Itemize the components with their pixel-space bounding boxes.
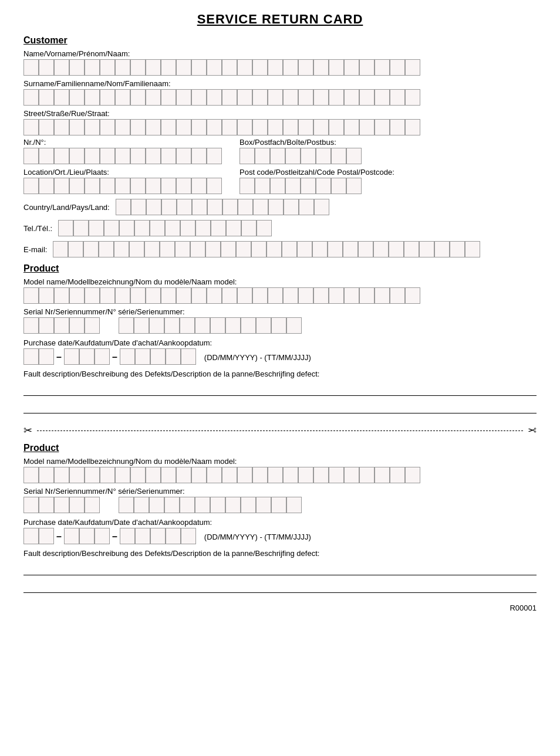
footer-ref: R00001	[23, 599, 537, 612]
cut-line: ✂ ✂	[23, 424, 537, 437]
serial-top-row	[23, 317, 537, 335]
street-label: Street/Straße/Rue/Straat:	[23, 109, 537, 118]
model-top-boxes[interactable]	[23, 287, 537, 304]
product-top-title: Product	[23, 263, 537, 274]
date-top-yyyy[interactable]	[120, 348, 196, 365]
model-bottom-label: Model name/Modellbezeichnung/Nom du modè…	[23, 457, 537, 466]
nr-label: Nr./N°:	[23, 138, 222, 147]
date-sep-2: –	[112, 352, 117, 362]
postcode-boxes[interactable]	[239, 178, 394, 194]
serial-bottom-boxes2[interactable]	[119, 497, 302, 513]
nr-col: Nr./N°:	[23, 138, 222, 165]
date-bottom-mm[interactable]	[64, 528, 110, 544]
country-row: Country/Land/Pays/Land:	[23, 199, 537, 216]
box-col: Box/Postfach/Boîte/Postbus:	[239, 138, 362, 165]
postcode-col: Post code/Postleitzahl/Code Postal/Postc…	[239, 168, 394, 195]
fault-bottom-label: Fault description/Beschreibung des Defek…	[23, 549, 537, 558]
date-bottom-sep-1: –	[56, 531, 62, 542]
serial-bottom-row	[23, 497, 537, 514]
street-boxes[interactable]	[23, 119, 537, 135]
location-postcode-row: Location/Ort./Lieu/Plaats: Post code/Pos…	[23, 168, 537, 195]
email-boxes[interactable]	[53, 241, 480, 257]
scissors-left-icon: ✂	[23, 424, 32, 437]
tel-label: Tel./Tél.:	[23, 224, 52, 233]
scissors-right-icon: ✂	[528, 424, 537, 437]
date-bottom-yyyy[interactable]	[120, 528, 196, 544]
country-label: Country/Land/Pays/Land:	[23, 203, 110, 212]
product-top-section: Product Model name/Modellbezeichnung/Nom…	[23, 263, 537, 413]
nr-box-row: Nr./N°: Box/Postfach/Boîte/Postbus:	[23, 138, 537, 165]
customer-section-title: Customer	[23, 35, 537, 46]
purchase-top-label: Purchase date/Kaufdatum/Date d'achat/Aan…	[23, 338, 537, 347]
name-label: Name/Vorname/Prénom/Naam:	[23, 49, 537, 58]
customer-section: Customer Name/Vorname/Prénom/Naam: Surna…	[23, 35, 537, 259]
serial-top-boxes2[interactable]	[119, 317, 302, 334]
serial-bottom-boxes1[interactable]	[23, 497, 100, 513]
model-top-label: Model name/Modellbezeichnung/Nom du modè…	[23, 277, 537, 286]
date-top-row: – – (DD/MM/YYYY) - (TT/MM/JJJJ)	[23, 348, 537, 366]
email-label: E-mail:	[23, 245, 47, 254]
fault-bottom-line2[interactable]	[23, 580, 537, 593]
serial-top-boxes1[interactable]	[23, 317, 100, 334]
date-top-mm[interactable]	[64, 348, 110, 365]
cut-dashes	[37, 430, 523, 431]
surname-boxes[interactable]	[23, 89, 537, 106]
tel-row: Tel./Tél.:	[23, 220, 537, 238]
email-row: E-mail:	[23, 241, 537, 259]
date-sep-1: –	[56, 352, 62, 362]
date-bottom-format: (DD/MM/YYYY) - (TT/MM/JJJJ)	[204, 533, 311, 541]
box-label: Box/Postfach/Boîte/Postbus:	[239, 138, 362, 147]
fault-top-label: Fault description/Beschreibung des Defek…	[23, 369, 537, 378]
postcode-label: Post code/Postleitzahl/Code Postal/Postc…	[239, 168, 394, 177]
location-label: Location/Ort./Lieu/Plaats:	[23, 168, 222, 177]
tel-boxes[interactable]	[58, 220, 272, 236]
box-boxes[interactable]	[239, 148, 362, 164]
fault-top-line2[interactable]	[23, 401, 537, 413]
purchase-bottom-label: Purchase date/Kaufdatum/Date d'achat/Aan…	[23, 518, 537, 527]
country-boxes[interactable]	[116, 199, 329, 215]
model-bottom-boxes[interactable]	[23, 467, 537, 483]
serial-bottom-label: Serial Nr/Seriennummer/N° série/Serienum…	[23, 487, 537, 496]
fault-top-line1[interactable]	[23, 383, 537, 396]
surname-label: Surname/Familienname/Nom/Familienaam:	[23, 79, 537, 88]
date-bottom-dd[interactable]	[23, 528, 54, 544]
fault-bottom-line1[interactable]	[23, 562, 537, 575]
location-col: Location/Ort./Lieu/Plaats:	[23, 168, 222, 195]
page-title: SERVICE RETURN CARD	[23, 12, 537, 27]
date-top-format: (DD/MM/YYYY) - (TT/MM/JJJJ)	[204, 353, 311, 362]
date-bottom-row: – – (DD/MM/YYYY) - (TT/MM/JJJJ)	[23, 528, 537, 545]
nr-boxes[interactable]	[23, 148, 222, 164]
name-boxes[interactable]	[23, 59, 537, 76]
location-boxes[interactable]	[23, 178, 222, 194]
serial-top-label: Serial Nr/Seriennummer/N° série/Serienum…	[23, 307, 537, 316]
product-bottom-title: Product	[23, 443, 537, 453]
product-bottom-section: Product Model name/Modellbezeichnung/Nom…	[23, 443, 537, 593]
date-top-dd[interactable]	[23, 348, 54, 365]
date-bottom-sep-2: –	[112, 531, 117, 542]
